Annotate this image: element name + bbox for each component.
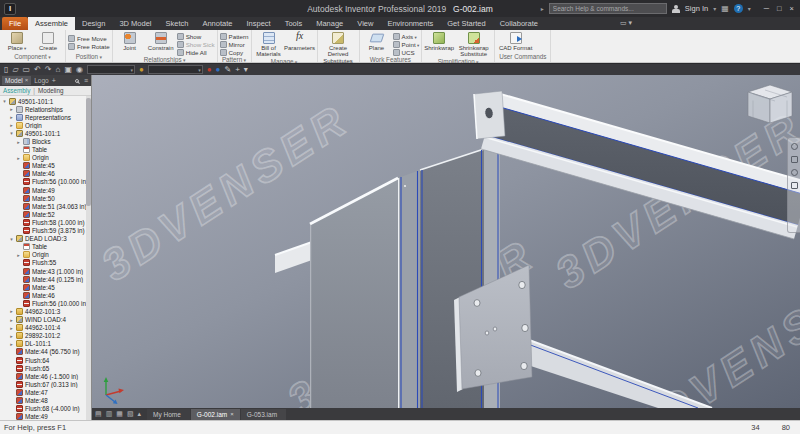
- tree-expander-icon[interactable]: [16, 252, 21, 258]
- bill-of-materials-button[interactable]: Bill of Materials: [254, 31, 284, 58]
- navigation-bar[interactable]: [787, 137, 800, 233]
- sign-in-button[interactable]: Sign In: [685, 4, 708, 13]
- tree-item[interactable]: Mate:49: [0, 413, 91, 420]
- graphics-viewport[interactable]: 3DVENSER 3DVENSER 3DVENSER 3DVENSER: [92, 75, 800, 408]
- measure-icon[interactable]: ◉: [76, 64, 83, 76]
- tree-item[interactable]: Origin: [0, 121, 91, 129]
- apps-grid-icon[interactable]: ▦: [721, 4, 729, 13]
- tree-expander-icon[interactable]: [9, 130, 14, 136]
- ribbon-tab[interactable]: Manage: [309, 17, 350, 30]
- tree-expander-icon[interactable]: [9, 325, 14, 331]
- browser-tab-logo[interactable]: Logo: [34, 77, 48, 84]
- shrinkwrap-button[interactable]: Shrinkwrap: [424, 31, 454, 51]
- tree-item[interactable]: Flush:67 (0.313 in): [0, 380, 91, 388]
- tree-item[interactable]: Mate:48: [0, 396, 91, 404]
- tree-item[interactable]: Relationships: [0, 105, 91, 113]
- tree-item[interactable]: WIND LOAD:4: [0, 316, 91, 324]
- tree-item[interactable]: DEAD LOAD:3: [0, 235, 91, 243]
- create-button[interactable]: Create: [33, 31, 63, 51]
- ribbon-tab[interactable]: View: [350, 17, 380, 30]
- browser-scrollbar[interactable]: [86, 96, 91, 420]
- browser-tab-model[interactable]: Model×: [2, 76, 31, 85]
- group-label-pattern[interactable]: Pattern: [220, 56, 249, 63]
- browser-search-icon[interactable]: [75, 79, 79, 83]
- ribbon-tab[interactable]: Annotate: [195, 17, 239, 30]
- pencil-icon[interactable]: ✎: [224, 64, 231, 76]
- zoom-icon[interactable]: [791, 169, 798, 176]
- select-icon[interactable]: ▣: [64, 64, 72, 76]
- help-chevron-icon[interactable]: ▾: [748, 5, 751, 12]
- tree-item[interactable]: Mate:46: [0, 170, 91, 178]
- chevron-right-icon[interactable]: ▸: [541, 5, 544, 12]
- ribbon-tab[interactable]: 3D Model: [112, 17, 158, 30]
- free-move-button[interactable]: Free Move: [68, 34, 110, 42]
- ribbon-tab[interactable]: Environments: [380, 17, 440, 30]
- ribbon-tab[interactable]: Inspect: [239, 17, 277, 30]
- place-button[interactable]: Place: [2, 31, 32, 52]
- tree-item[interactable]: 44962-101:4: [0, 324, 91, 332]
- mirror-button[interactable]: Mirror: [220, 40, 249, 48]
- parameters-button[interactable]: Parameters: [285, 31, 315, 51]
- browser-menu-icon[interactable]: ≡: [84, 77, 88, 84]
- tree-expander-icon[interactable]: [16, 155, 21, 161]
- cascade-windows-icon[interactable]: ▧: [127, 408, 134, 420]
- tree-item[interactable]: 49501-101:1: [0, 129, 91, 137]
- appearance-blue-icon[interactable]: ●: [216, 64, 221, 76]
- tree-item[interactable]: DL-101:1: [0, 340, 91, 348]
- browser-tab-close-icon[interactable]: ×: [25, 76, 29, 85]
- app-icon[interactable]: I: [4, 3, 16, 15]
- tile-vertical-icon[interactable]: ▥: [106, 408, 113, 420]
- tree-expander-icon[interactable]: [9, 308, 14, 314]
- tree-item[interactable]: Table: [0, 243, 91, 251]
- help-icon[interactable]: [734, 4, 743, 13]
- tree-item[interactable]: Mate:51 (34.063 in): [0, 202, 91, 210]
- tree-expander-icon[interactable]: [9, 106, 14, 112]
- hide-all-button[interactable]: Hide All: [177, 48, 215, 56]
- group-label-component[interactable]: Component: [2, 53, 63, 62]
- plane-button[interactable]: Plane: [362, 31, 392, 51]
- collapse-tabs-icon[interactable]: ▴: [138, 408, 142, 420]
- minimize-button[interactable]: ─: [764, 4, 769, 14]
- create-derived-substitutes-button[interactable]: Create Derived Substitutes: [320, 31, 357, 64]
- joint-button[interactable]: Joint: [115, 31, 145, 51]
- tree-item[interactable]: Flush:56 (10.000 in): [0, 299, 91, 307]
- tree-item[interactable]: 49501-101:1: [0, 97, 91, 105]
- tree-expander-icon[interactable]: [16, 139, 21, 145]
- material-combo[interactable]: [87, 65, 135, 74]
- tree-item[interactable]: Mate:50: [0, 194, 91, 202]
- group-label-position[interactable]: Position: [68, 53, 110, 62]
- tree-item[interactable]: Blocks: [0, 137, 91, 145]
- document-tab[interactable]: My Home: [147, 409, 190, 420]
- steering-wheel-icon[interactable]: [791, 143, 798, 150]
- group-label-work-features[interactable]: Work Features: [362, 56, 420, 63]
- more-tools-icon[interactable]: ▾: [244, 64, 248, 76]
- web-strip[interactable]: [398, 170, 420, 408]
- plus-icon[interactable]: +: [235, 64, 240, 76]
- copy-button[interactable]: Copy: [220, 48, 249, 56]
- tree-item[interactable]: Mate:44 (0.125 in): [0, 275, 91, 283]
- ribbon-display-toggle-icon[interactable]: ▭ ▾: [620, 19, 632, 27]
- document-tab[interactable]: G-053.iam: [241, 409, 286, 420]
- search-input[interactable]: [549, 3, 667, 14]
- redo-icon[interactable]: ↷: [45, 64, 52, 76]
- axis-button[interactable]: Axis: [393, 32, 420, 40]
- tree-item[interactable]: Mate:46 (-1.500 in): [0, 372, 91, 380]
- model-3d-view[interactable]: [92, 75, 800, 408]
- tree-item[interactable]: Flush:68 (-4.000 in): [0, 405, 91, 413]
- tree-expander-icon[interactable]: [2, 98, 7, 104]
- ribbon-tab[interactable]: Tools: [278, 17, 310, 30]
- new-file-icon[interactable]: ▯: [4, 64, 8, 76]
- ribbon-tab[interactable]: Collaborate: [493, 17, 545, 30]
- tree-expander-icon[interactable]: [9, 333, 14, 339]
- tree-item[interactable]: 44962-101:3: [0, 307, 91, 315]
- free-rotate-button[interactable]: Free Rotate: [68, 42, 110, 50]
- chevron-down-icon[interactable]: ▾: [713, 5, 716, 12]
- tree-item[interactable]: Mate:43 (1.000 in): [0, 267, 91, 275]
- tree-item[interactable]: Mate:45: [0, 283, 91, 291]
- tree-item[interactable]: Flush:65: [0, 364, 91, 372]
- tree-expander-icon[interactable]: [9, 236, 14, 242]
- tree-expander-icon[interactable]: [9, 317, 14, 323]
- group-label-relationships[interactable]: Relationships: [115, 56, 215, 63]
- group-label-user-commands[interactable]: User Commands: [497, 53, 548, 62]
- appearance-combo[interactable]: [148, 65, 203, 74]
